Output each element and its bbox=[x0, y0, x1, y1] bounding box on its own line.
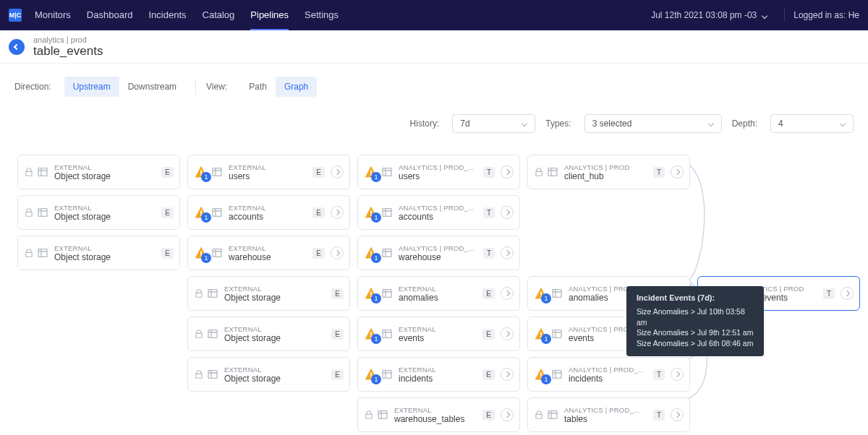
card-title: users bbox=[399, 171, 477, 181]
alert-icon: 1 bbox=[364, 327, 378, 341]
chevron-right-icon bbox=[334, 169, 340, 175]
nav-item-incidents[interactable]: Incidents bbox=[148, 1, 186, 30]
nav-item-catalog[interactable]: Catalog bbox=[203, 1, 235, 30]
history-select[interactable]: 7d bbox=[452, 114, 535, 133]
lineage-board[interactable]: EXTERNALObject storageEEXTERNALObject st… bbox=[0, 142, 868, 435]
card-supertitle: EXTERNAL bbox=[394, 406, 477, 414]
chevron-right-icon bbox=[504, 412, 510, 418]
nav-timestamp[interactable]: Jul 12th 2021 03:08 pm -03 bbox=[651, 10, 768, 20]
tooltip-line: Size Anomalies > Jul 6th 08:46 am bbox=[637, 338, 754, 349]
expand-button[interactable] bbox=[501, 368, 514, 381]
expand-button[interactable] bbox=[501, 246, 514, 259]
expand-button[interactable] bbox=[841, 287, 854, 300]
expand-button[interactable] bbox=[331, 165, 344, 178]
lineage-node[interactable]: 1EXTERNALusersE bbox=[187, 155, 350, 189]
type-chip: T bbox=[653, 369, 665, 380]
lock-icon bbox=[194, 288, 204, 298]
view-label: View: bbox=[206, 82, 227, 92]
depth-select[interactable]: 4 bbox=[770, 114, 854, 133]
card-supertitle: EXTERNAL bbox=[54, 204, 156, 212]
lineage-node[interactable]: EXTERNALObject storageE bbox=[17, 236, 180, 270]
card-title: warehouse bbox=[399, 252, 477, 262]
divider bbox=[784, 9, 785, 22]
lineage-node[interactable]: 1EXTERNALanomaliesE bbox=[357, 276, 520, 311]
alert-icon: 1 bbox=[364, 367, 378, 382]
downstream-button[interactable]: Downstream bbox=[119, 77, 185, 97]
lineage-node[interactable]: EXTERNALObject storageE bbox=[187, 276, 350, 311]
chevron-right-icon bbox=[504, 290, 510, 296]
expand-button[interactable] bbox=[501, 206, 514, 219]
expand-button[interactable] bbox=[501, 165, 514, 178]
type-chip: T bbox=[653, 167, 665, 178]
chevron-right-icon bbox=[674, 371, 680, 377]
card-title: users bbox=[229, 171, 307, 181]
lineage-node[interactable]: 1ANALYTICS | PROD_...warehouseT bbox=[357, 236, 520, 270]
chevron-right-icon bbox=[844, 290, 850, 296]
lineage-node[interactable]: 1ANALYTICS | PROD_...usersT bbox=[357, 155, 520, 189]
nav-item-monitors[interactable]: Monitors bbox=[35, 1, 71, 30]
lineage-node[interactable]: EXTERNALObject storageE bbox=[17, 195, 180, 230]
card-supertitle: EXTERNAL bbox=[229, 204, 307, 212]
lineage-node[interactable]: 1ANALYTICS | PROD_...incidentsT bbox=[527, 357, 690, 392]
back-button[interactable] bbox=[9, 39, 25, 55]
expand-button[interactable] bbox=[331, 206, 344, 219]
expand-button[interactable] bbox=[501, 408, 514, 421]
chevron-right-icon bbox=[504, 210, 510, 215]
table-icon bbox=[381, 166, 393, 178]
graph-button[interactable]: Graph bbox=[276, 77, 317, 97]
expand-button[interactable] bbox=[671, 165, 684, 178]
history-label: History: bbox=[410, 119, 440, 129]
type-chip: E bbox=[161, 248, 174, 259]
expand-button[interactable] bbox=[501, 287, 514, 300]
lineage-node[interactable]: 1EXTERNALeventsE bbox=[357, 316, 520, 351]
card-supertitle: EXTERNAL bbox=[54, 163, 156, 171]
expand-button[interactable] bbox=[671, 368, 684, 381]
nav-item-dashboard[interactable]: Dashboard bbox=[87, 1, 133, 30]
lock-icon bbox=[194, 369, 204, 379]
expand-button[interactable] bbox=[501, 327, 514, 340]
type-chip: T bbox=[483, 167, 495, 178]
type-chip: E bbox=[482, 288, 495, 299]
card-supertitle: ANALYTICS | PROD_... bbox=[399, 163, 477, 171]
card-title: Object storage bbox=[54, 252, 156, 262]
type-chip: T bbox=[653, 410, 665, 421]
path-button[interactable]: Path bbox=[240, 77, 276, 97]
type-chip: E bbox=[161, 167, 174, 178]
card-supertitle: ANALYTICS | PROD bbox=[564, 163, 647, 171]
expand-button[interactable] bbox=[671, 408, 684, 421]
lineage-node[interactable]: ANALYTICS | PRODclient_hubT bbox=[527, 155, 690, 189]
card-supertitle: EXTERNAL bbox=[229, 163, 307, 171]
lineage-node[interactable]: EXTERNALObject storageE bbox=[187, 316, 350, 351]
table-icon bbox=[551, 328, 563, 340]
alert-icon: 1 bbox=[364, 286, 378, 301]
type-chip: E bbox=[482, 369, 495, 380]
table-icon bbox=[37, 207, 48, 218]
tooltip-line: Size Anomalies > Jul 10th 03:58 am bbox=[637, 306, 754, 327]
types-select[interactable]: 3 selected bbox=[584, 114, 722, 133]
subheader: analytics | prod table_events bbox=[0, 30, 868, 64]
lineage-node[interactable]: 1EXTERNALaccountsE bbox=[187, 195, 350, 230]
expand-button[interactable] bbox=[331, 246, 344, 259]
card-title: Object storage bbox=[54, 212, 156, 222]
table-icon bbox=[547, 409, 558, 421]
card-title: tables bbox=[564, 414, 647, 424]
nav-item-pipelines[interactable]: Pipelines bbox=[250, 1, 289, 30]
lineage-node[interactable]: EXTERNALwarehouse_tablesE bbox=[357, 397, 520, 432]
lineage-node[interactable]: 1ANALYTICS | PROD_...accountsT bbox=[357, 195, 520, 230]
lineage-node[interactable]: EXTERNALObject storageE bbox=[17, 155, 180, 189]
lineage-node[interactable]: EXTERNALObject storageE bbox=[187, 357, 350, 392]
table-icon bbox=[37, 166, 48, 178]
lineage-node[interactable]: 1EXTERNALwarehouseE bbox=[187, 236, 350, 270]
upstream-button[interactable]: Upstream bbox=[64, 77, 119, 97]
card-title: accounts bbox=[399, 212, 477, 222]
chevron-down-icon bbox=[522, 121, 527, 126]
card-supertitle: EXTERNAL bbox=[399, 325, 477, 333]
type-chip: E bbox=[312, 167, 325, 178]
divider bbox=[195, 79, 196, 95]
card-title: accounts bbox=[229, 212, 307, 222]
lineage-node[interactable]: ANALYTICS | PROD_...tablesT bbox=[527, 397, 690, 432]
table-icon bbox=[381, 328, 393, 340]
nav-item-settings[interactable]: Settings bbox=[305, 1, 339, 30]
card-title: Object storage bbox=[54, 171, 156, 181]
lineage-node[interactable]: 1EXTERNALincidentsE bbox=[357, 357, 520, 392]
